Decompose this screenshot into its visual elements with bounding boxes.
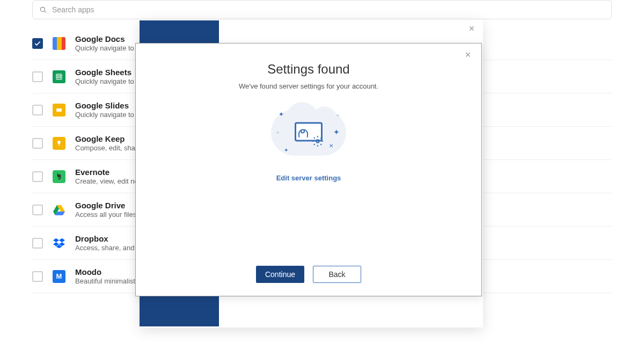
close-icon[interactable]: ✕ xyxy=(463,50,473,60)
close-icon[interactable]: ✕ xyxy=(467,24,477,33)
modal-actions: Continue Back xyxy=(256,266,361,283)
svg-line-1 xyxy=(45,11,46,13)
back-button[interactable]: Back xyxy=(313,266,361,283)
check-icon xyxy=(34,40,41,47)
sparkle-icon: ✦ xyxy=(333,128,340,136)
sparkle-icon: ○ xyxy=(336,113,339,118)
checkbox-google-drive[interactable] xyxy=(32,205,43,215)
svg-marker-8 xyxy=(59,238,65,242)
checkbox-google-docs[interactable] xyxy=(32,38,43,49)
checkbox-google-keep[interactable] xyxy=(32,138,43,149)
sparkle-icon: ✦ xyxy=(284,147,288,153)
google-drive-icon xyxy=(53,203,65,216)
google-slides-icon xyxy=(53,104,65,117)
google-sheets-icon xyxy=(53,70,65,83)
settings-found-modal: ✕ Settings found We've found server sett… xyxy=(135,43,482,296)
continue-button[interactable]: Continue xyxy=(256,266,304,283)
modal-subtitle: We've found server settings for your acc… xyxy=(239,82,378,90)
svg-point-12 xyxy=(316,140,319,143)
svg-rect-2 xyxy=(56,74,62,80)
edit-server-settings-link[interactable]: Edit server settings xyxy=(276,174,341,182)
checkbox-google-slides[interactable] xyxy=(32,105,43,115)
checkbox-evernote[interactable] xyxy=(32,171,43,182)
svg-point-0 xyxy=(40,7,45,11)
svg-marker-7 xyxy=(53,238,59,242)
sparkle-icon: ✕ xyxy=(329,143,333,149)
checkbox-moodo[interactable] xyxy=(32,271,43,282)
dropbox-icon xyxy=(53,237,65,250)
settings-illustration: ✦ ○ ✦ ✕ ○ ✦ xyxy=(266,103,352,162)
evernote-icon xyxy=(53,170,65,183)
svg-rect-3 xyxy=(56,108,62,112)
sparkle-icon: ○ xyxy=(276,130,279,135)
checkbox-google-sheets[interactable] xyxy=(32,71,43,82)
gear-icon xyxy=(312,135,324,147)
sparkle-icon: ✦ xyxy=(279,111,284,118)
google-keep-icon xyxy=(53,137,65,150)
google-docs-icon xyxy=(53,37,65,50)
search-input[interactable] xyxy=(52,5,605,14)
moodo-icon: M xyxy=(53,270,65,283)
search-bar[interactable] xyxy=(32,0,612,19)
modal-title: Settings found xyxy=(267,62,349,77)
checkbox-dropbox[interactable] xyxy=(32,238,43,249)
search-icon xyxy=(39,6,47,13)
